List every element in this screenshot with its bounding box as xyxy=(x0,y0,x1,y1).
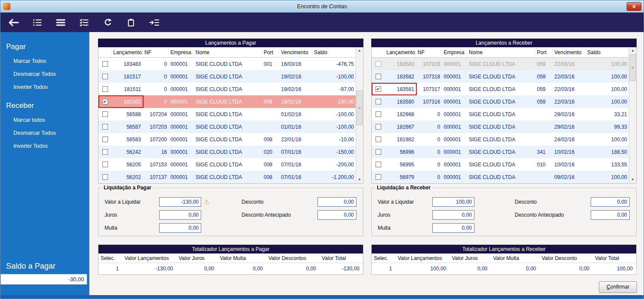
col-header-port[interactable]: Port xyxy=(262,47,279,57)
scroll-down-icon[interactable]: ▼ xyxy=(356,176,363,183)
cell-nf: 107203 xyxy=(143,124,169,130)
valor-a-liquidar-input[interactable]: 100,00 xyxy=(432,197,474,207)
col-header-nome[interactable]: Nome xyxy=(467,47,535,57)
row-checkbox[interactable] xyxy=(376,99,381,104)
table-row[interactable]: 56588107204000001SIGE CLOUD LTDA01/02/16… xyxy=(98,108,356,120)
juros-input[interactable]: 0,00 xyxy=(432,210,474,220)
row-checkbox[interactable] xyxy=(102,61,108,67)
row-checkbox-checked[interactable]: ✔ xyxy=(102,99,108,104)
multa-input[interactable]: 0,00 xyxy=(159,223,201,233)
row-checkbox[interactable] xyxy=(102,149,108,155)
col-header-lancamento[interactable]: Lançamento xyxy=(385,47,416,57)
sidebar-item-receber-marcar-todos[interactable]: Marcar todos xyxy=(0,114,89,127)
row-checkbox[interactable] xyxy=(102,162,108,167)
row-checkbox[interactable] xyxy=(102,86,108,92)
table-row[interactable]: 56587107203000001SIGE CLOUD LTDA01/01/16… xyxy=(98,120,356,133)
confirmar-button[interactable]: Confirmar xyxy=(599,281,637,293)
cell-nome: SIGE CLOUD LTDA xyxy=(467,174,535,180)
table-row[interactable]: ✔183581107317000001SIGE CLOUD LTDA05922/… xyxy=(372,83,629,95)
row-checkbox[interactable] xyxy=(376,149,381,155)
pagar-scrollbar[interactable]: ▲ ≡ ▼ xyxy=(356,47,363,183)
row-checkbox[interactable] xyxy=(376,174,381,180)
menu-lines-icon[interactable] xyxy=(54,16,67,29)
row-checkbox[interactable] xyxy=(102,74,108,79)
col-header-vencimento[interactable]: Vencimento xyxy=(279,47,312,57)
scroll-thumb[interactable]: ≡ xyxy=(630,54,636,81)
col-header-vencimento[interactable]: Vencimento xyxy=(552,47,585,57)
sidebar-item-pagar-desmarcar-todos[interactable]: Desmarcar Todos xyxy=(0,68,89,81)
refresh-icon[interactable] xyxy=(101,16,114,29)
table-row[interactable]: 56205107153000001SIGE CLOUD LTDA00807/01… xyxy=(98,158,356,171)
table-row[interactable]: 1815170000001SIGE CLOUD LTDA19/02/16-100… xyxy=(98,70,356,83)
col-header-saldo[interactable]: Saldo xyxy=(312,47,356,57)
cell-nome: SIGE CLOUD LTDA xyxy=(467,162,535,168)
cell-nf: 0 xyxy=(416,174,442,180)
row-checkbox[interactable] xyxy=(102,136,108,142)
row-checkbox[interactable] xyxy=(102,111,108,117)
table-row[interactable]: 569950000001SIGE CLOUD LTDA01010/02/1613… xyxy=(372,158,629,171)
desconto-input[interactable]: 0,00 xyxy=(317,197,356,207)
table-row[interactable]: 1826680000001SIGE CLOUD LTDA29/02/1633,2… xyxy=(372,108,629,120)
juros-input[interactable]: 0,00 xyxy=(159,210,201,220)
cell-saldo: -97,00 xyxy=(312,86,356,92)
scroll-up-icon[interactable]: ▲ xyxy=(629,47,636,54)
row-checkbox[interactable] xyxy=(376,162,381,167)
table-row[interactable]: 569790000001SIGE CLOUD LTDA09/02/16100,0… xyxy=(372,171,629,183)
cell-saldo: -200,00 xyxy=(312,162,356,168)
export-list-icon[interactable] xyxy=(148,16,161,29)
row-checkbox[interactable] xyxy=(376,136,381,142)
saldo-a-pagar-value[interactable]: -30,00 xyxy=(0,274,87,285)
close-button[interactable]: ✕ xyxy=(627,2,641,11)
detail-list-icon[interactable] xyxy=(31,16,44,29)
row-checkbox[interactable] xyxy=(376,61,381,67)
cell-saldo: 133,55 xyxy=(585,162,629,168)
table-row[interactable]: 5624216000001SIGE CLOUD LTDA02007/01/16-… xyxy=(98,146,356,158)
scroll-thumb[interactable]: ≡ xyxy=(356,91,363,125)
desconto-antecipado-input[interactable]: 0,00 xyxy=(591,210,630,220)
checkbox-cell xyxy=(98,124,111,130)
sidebar-item-pagar-marcar-todos[interactable]: Marcar Todos xyxy=(0,55,89,68)
col-header-port[interactable]: Port xyxy=(535,47,552,57)
table-row[interactable]: 1819820000001SIGE CLOUD LTDA24/02/16100,… xyxy=(372,133,629,146)
row-checkbox[interactable] xyxy=(376,74,381,79)
cell-saldo: 33,21 xyxy=(585,111,629,117)
paste-icon[interactable] xyxy=(124,16,137,29)
col-header-nome[interactable]: Nome xyxy=(194,47,262,57)
totalizador-receber-title: Totalizador Lançamentos a Receber xyxy=(372,245,636,254)
table-row[interactable]: 56583107200000001SIGE CLOUD LTDA00822/01… xyxy=(98,133,356,146)
valor-a-liquidar-input[interactable]: -130,00 xyxy=(159,197,201,207)
checklist-icon[interactable] xyxy=(78,16,91,29)
table-row[interactable]: 183580107316000001SIGE CLOUD LTDA05922/0… xyxy=(372,95,629,108)
col-header-lancamento[interactable]: Lançamento xyxy=(111,47,143,57)
row-checkbox[interactable] xyxy=(376,111,381,117)
sidebar-item-receber-inverter-todos[interactable]: Inverter Todos xyxy=(0,140,89,153)
table-row[interactable]: 1826670000001SIGE CLOUD LTDA29/02/1699,3… xyxy=(372,120,629,133)
col-header-empresa[interactable]: Empresa xyxy=(442,47,467,57)
row-checkbox-checked[interactable]: ✔ xyxy=(376,86,381,92)
table-row[interactable]: 1834830000001SIGE CLOUD LTDA00116/03/16-… xyxy=(98,58,356,70)
sidebar-item-pagar-inverter-todos[interactable]: Inverter Todos xyxy=(0,81,89,94)
sidebar-item-receber-desmarcar-todos[interactable]: Desmarcar Todos xyxy=(0,127,89,140)
table-row[interactable]: 569960000001SIGE CLOUD LTDA34110/02/1618… xyxy=(372,146,629,158)
desconto-input[interactable]: 0,00 xyxy=(591,197,630,207)
scroll-down-icon[interactable]: ▼ xyxy=(629,176,636,183)
table-row[interactable]: 183583107319000001SIGE CLOUD LTDA05922/0… xyxy=(372,58,629,70)
row-checkbox[interactable] xyxy=(102,174,108,180)
cell-nf: 0 xyxy=(416,149,442,155)
table-row[interactable]: 183582107318000001SIGE CLOUD LTDA05922/0… xyxy=(372,70,629,83)
row-checkbox[interactable] xyxy=(376,124,381,130)
col-header-nf[interactable]: NF xyxy=(143,47,169,57)
col-header-saldo[interactable]: Saldo xyxy=(585,47,629,57)
col-header-nf[interactable]: NF xyxy=(416,47,442,57)
cell-nome: SIGE CLOUD LTDA xyxy=(467,111,535,117)
table-row[interactable]: 1815110000001SIGE CLOUD LTDA19/02/16-97,… xyxy=(98,83,356,95)
multa-input[interactable]: 0,00 xyxy=(432,223,474,233)
desconto-antecipado-input[interactable]: 0,00 xyxy=(317,210,356,220)
row-checkbox[interactable] xyxy=(102,124,108,130)
scroll-up-icon[interactable]: ▲ xyxy=(356,47,363,54)
table-row[interactable]: 56202107137000001SIGE CLOUD LTDA00807/01… xyxy=(98,171,356,183)
col-header-empresa[interactable]: Empresa xyxy=(169,47,194,57)
receber-scrollbar[interactable]: ▲ ≡ ▼ xyxy=(629,47,636,183)
back-icon[interactable] xyxy=(7,16,20,29)
table-row[interactable]: ✔1815020000001SIGE CLOUD LTDA00819/02/16… xyxy=(98,95,356,108)
